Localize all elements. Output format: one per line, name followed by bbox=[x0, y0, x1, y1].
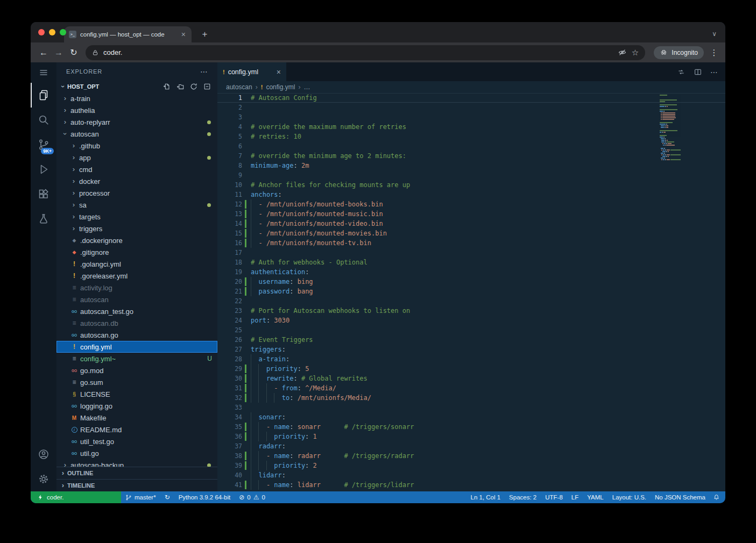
tree-item-util-go[interactable]: GOutil.go bbox=[56, 447, 217, 459]
tree-item-goreleaser-yml[interactable]: !.goreleaser.yml bbox=[56, 270, 217, 282]
minimize-window-button[interactable] bbox=[49, 29, 55, 35]
tree-item-util-test-go[interactable]: GOutil_test.go bbox=[56, 435, 217, 447]
code-line-30[interactable]: 30rewrite: # Global rewrites bbox=[217, 374, 725, 383]
code-line-13[interactable]: 13- /mnt/unionfs/mounted-music.bin bbox=[217, 209, 725, 219]
forward-button[interactable]: → bbox=[51, 45, 66, 60]
tree-item-golangci-yml[interactable]: !.golangci.yml bbox=[56, 258, 217, 270]
code-line-36[interactable]: 36priority: 1 bbox=[217, 432, 725, 441]
more-actions-icon[interactable]: ⋯ bbox=[710, 68, 718, 76]
tree-item-license[interactable]: §LICENSE bbox=[56, 388, 217, 400]
timeline-section[interactable]: › TIMELINE bbox=[56, 479, 217, 491]
code-line-35[interactable]: 35- name: sonarr # /triggers/sonarr bbox=[217, 422, 725, 432]
bookmark-star-icon[interactable]: ☆ bbox=[632, 48, 639, 58]
tree-item-gitignore[interactable]: ◆.gitignore bbox=[56, 246, 217, 258]
run-debug-activity-icon[interactable] bbox=[31, 157, 56, 182]
explorer-more-actions-icon[interactable]: ⋯ bbox=[200, 67, 208, 76]
testing-activity-icon[interactable] bbox=[31, 206, 56, 231]
status-layout-u-s[interactable]: Layout: U.S. bbox=[608, 491, 651, 503]
new-file-button[interactable] bbox=[163, 83, 171, 90]
tree-item-github[interactable]: ›.github bbox=[56, 140, 217, 152]
status-utf-8[interactable]: UTF-8 bbox=[541, 491, 567, 503]
code-line-25[interactable]: 25 bbox=[217, 325, 725, 335]
tree-item-makefile[interactable]: MMakefile bbox=[56, 412, 217, 424]
code-line-41[interactable]: 41- name: lidarr # /triggers/lidarr bbox=[217, 480, 725, 490]
editor-tab-close-icon[interactable]: × bbox=[277, 68, 281, 76]
source-control-activity-icon[interactable]: 9K+ bbox=[31, 132, 56, 157]
tree-item-a-train[interactable]: ›a-train bbox=[56, 92, 217, 104]
code-line-12[interactable]: 12- /mnt/unionfs/mounted-books.bin bbox=[217, 199, 725, 209]
code-line-24[interactable]: 24port: 3030 bbox=[217, 316, 725, 325]
notifications-bell-icon[interactable] bbox=[710, 491, 725, 503]
close-window-button[interactable] bbox=[38, 29, 45, 35]
code-line-5[interactable]: 5# retries: 10 bbox=[217, 132, 725, 141]
code-line-1[interactable]: 1# Autoscan Config bbox=[217, 93, 725, 103]
tree-item-config-yml[interactable]: !config.yml bbox=[56, 341, 217, 353]
code-line-9[interactable]: 9 bbox=[217, 170, 725, 180]
status-ln-1-col-1[interactable]: Ln 1, Col 1 bbox=[466, 491, 505, 503]
tree-item-activity-log[interactable]: ≡activity.log bbox=[56, 282, 217, 294]
code-line-38[interactable]: 38- name: radarr # /triggers/radarr bbox=[217, 451, 725, 461]
workspace-root-folder[interactable]: › HOST_OPT bbox=[56, 81, 217, 92]
minimap[interactable] bbox=[660, 95, 707, 161]
tree-item-autoscan[interactable]: ≡autoscan bbox=[56, 294, 217, 305]
breadcrumb-symbol[interactable]: … bbox=[303, 83, 310, 91]
breadcrumb-file[interactable]: config.yml bbox=[266, 83, 295, 91]
tree-item-go-sum[interactable]: ≡go.sum bbox=[56, 376, 217, 388]
code-editor[interactable]: 1# Autoscan Config234# override the maxi… bbox=[217, 93, 725, 491]
refresh-explorer-button[interactable] bbox=[190, 83, 197, 90]
tree-item-authelia[interactable]: ›authelia bbox=[56, 104, 217, 116]
code-line-39[interactable]: 39priority: 2 bbox=[217, 461, 725, 470]
code-line-21[interactable]: 21password: bang bbox=[217, 287, 725, 296]
extensions-activity-icon[interactable] bbox=[31, 182, 56, 206]
browser-tab[interactable]: >_ config.yml — host_opt — code × bbox=[64, 26, 192, 42]
code-line-23[interactable]: 23# Port for Autoscan webhooks to listen… bbox=[217, 306, 725, 316]
search-activity-icon[interactable] bbox=[31, 108, 56, 132]
new-tab-button[interactable]: + bbox=[198, 27, 211, 41]
status-spaces-2[interactable]: Spaces: 2 bbox=[505, 491, 541, 503]
tree-item-autoscan-backup[interactable]: ›autoscan-backup bbox=[56, 459, 217, 467]
tree-item-app[interactable]: ›app bbox=[56, 152, 217, 163]
outline-section[interactable]: › OUTLINE bbox=[56, 467, 217, 479]
code-line-4[interactable]: 4# override the maximum number of retrie… bbox=[217, 122, 725, 132]
editor-tab-config-yml[interactable]: ! config.yml × bbox=[217, 62, 286, 81]
tab-close-icon[interactable]: × bbox=[180, 30, 187, 39]
code-line-40[interactable]: 40lidarr: bbox=[217, 470, 725, 480]
tree-item-cmd[interactable]: ›cmd bbox=[56, 163, 217, 175]
tree-item-autoscan[interactable]: ›autoscan bbox=[56, 128, 217, 140]
back-button[interactable]: ← bbox=[36, 45, 51, 60]
new-folder-button[interactable] bbox=[176, 83, 184, 90]
python-interpreter-indicator[interactable]: Python 3.9.2 64-bit bbox=[174, 491, 235, 503]
code-line-10[interactable]: 10# Anchor files for checking mounts are… bbox=[217, 180, 725, 190]
code-line-6[interactable]: 6 bbox=[217, 141, 725, 151]
status-yaml[interactable]: YAML bbox=[583, 491, 607, 503]
code-line-8[interactable]: 8minimum-age: 2m bbox=[217, 161, 725, 170]
code-line-37[interactable]: 37radarr: bbox=[217, 441, 725, 451]
code-line-31[interactable]: 31- from: ^/Media/ bbox=[217, 383, 725, 393]
tree-item-readme-md[interactable]: iREADME.md bbox=[56, 424, 217, 435]
code-line-29[interactable]: 29priority: 5 bbox=[217, 364, 725, 374]
tab-search-chevron-icon[interactable]: ∨ bbox=[712, 30, 717, 38]
zoom-window-button[interactable] bbox=[60, 29, 66, 35]
tree-item-targets[interactable]: ›targets bbox=[56, 211, 217, 223]
code-line-27[interactable]: 27triggers: bbox=[217, 345, 725, 354]
remote-indicator[interactable]: coder. bbox=[31, 491, 121, 503]
tree-item-sa[interactable]: ›sa bbox=[56, 199, 217, 211]
code-line-26[interactable]: 26# Event Triggers bbox=[217, 335, 725, 345]
breadcrumb-folder[interactable]: autoscan bbox=[226, 83, 252, 91]
status-no-json-schema[interactable]: No JSON Schema bbox=[651, 491, 710, 503]
eye-blocked-icon[interactable] bbox=[618, 48, 627, 57]
tree-item-auto-replyarr[interactable]: ›auto-replyarr bbox=[56, 116, 217, 128]
tree-item-autoscan-test-go[interactable]: GOautoscan_test.go bbox=[56, 305, 217, 317]
code-line-17[interactable]: 17 bbox=[217, 248, 725, 258]
git-branch-indicator[interactable]: master* bbox=[121, 491, 160, 503]
status-lf[interactable]: LF bbox=[567, 491, 583, 503]
tree-item-autoscan-go[interactable]: GOautoscan.go bbox=[56, 329, 217, 341]
code-line-14[interactable]: 14- /mnt/unionfs/mounted-video.bin bbox=[217, 219, 725, 228]
explorer-activity-icon[interactable] bbox=[31, 83, 56, 108]
menu-hamburger-icon[interactable] bbox=[31, 62, 56, 83]
code-line-7[interactable]: 7# override the minimum age to 2 minutes… bbox=[217, 151, 725, 161]
tree-item-logging-go[interactable]: GOlogging.go bbox=[56, 400, 217, 412]
code-line-2[interactable]: 2 bbox=[217, 103, 725, 112]
code-line-34[interactable]: 34sonarr: bbox=[217, 412, 725, 422]
sync-button[interactable]: ↻ bbox=[160, 491, 174, 503]
